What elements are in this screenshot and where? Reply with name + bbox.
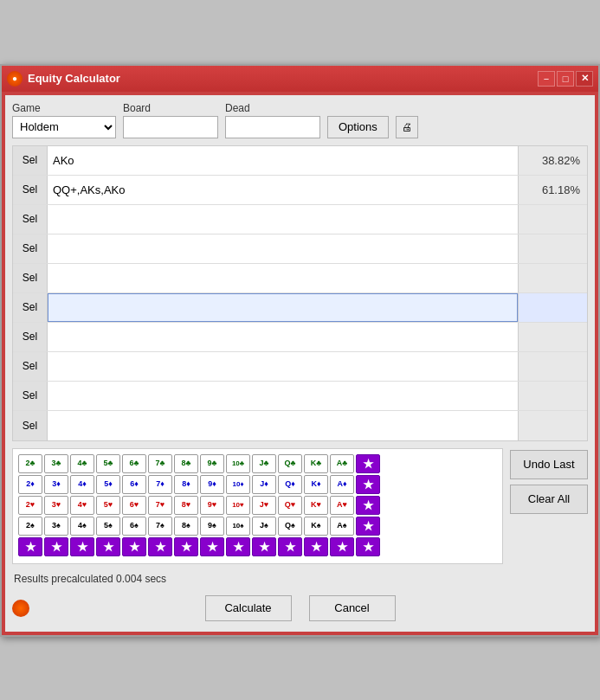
card-5h[interactable]: 5♥ bbox=[96, 496, 120, 515]
hand-input-5[interactable] bbox=[48, 264, 518, 292]
card-qc[interactable]: Q♣ bbox=[278, 454, 302, 473]
card-wild-4[interactable]: ★ bbox=[96, 537, 120, 556]
card-7c[interactable]: 7♣ bbox=[148, 454, 172, 473]
card-4d[interactable]: 4♦ bbox=[70, 475, 94, 494]
card-ah[interactable]: A♥ bbox=[330, 496, 354, 515]
card-kh[interactable]: K♥ bbox=[304, 496, 328, 515]
maximize-button[interactable]: □ bbox=[557, 71, 574, 87]
card-8h[interactable]: 8♥ bbox=[174, 496, 198, 515]
clear-all-button[interactable]: Clear All bbox=[510, 485, 588, 514]
card-10h[interactable]: 10♥ bbox=[226, 496, 250, 515]
card-3h[interactable]: 3♥ bbox=[44, 496, 68, 515]
card-7h[interactable]: 7♥ bbox=[148, 496, 172, 515]
hand-input-8[interactable] bbox=[48, 352, 518, 381]
card-5d[interactable]: 5♦ bbox=[96, 475, 120, 494]
sel-button-10[interactable]: Sel bbox=[13, 411, 48, 440]
minimize-button[interactable]: − bbox=[538, 71, 555, 87]
card-9d[interactable]: 9♦ bbox=[200, 475, 224, 494]
card-4h[interactable]: 4♥ bbox=[70, 496, 94, 515]
card-3c[interactable]: 3♣ bbox=[44, 454, 68, 473]
sel-button-2[interactable]: Sel bbox=[13, 176, 48, 204]
card-ad[interactable]: A♦ bbox=[330, 475, 354, 494]
card-wild-8[interactable]: ★ bbox=[200, 537, 224, 556]
dead-input[interactable] bbox=[225, 116, 320, 138]
card-8s[interactable]: 8♠ bbox=[174, 517, 198, 536]
card-as[interactable]: A♠ bbox=[330, 517, 354, 536]
card-wild-13[interactable]: ★ bbox=[330, 537, 354, 556]
card-10d[interactable]: 10♦ bbox=[226, 475, 250, 494]
hand-input-2[interactable] bbox=[48, 176, 518, 204]
card-6h[interactable]: 6♥ bbox=[122, 496, 146, 515]
card-jd[interactable]: J♦ bbox=[252, 475, 276, 494]
card-4s[interactable]: 4♠ bbox=[70, 517, 94, 536]
card-2d[interactable]: 2♦ bbox=[18, 475, 42, 494]
card-3s[interactable]: 3♠ bbox=[44, 517, 68, 536]
card-jc[interactable]: J♣ bbox=[252, 454, 276, 473]
card-qh[interactable]: Q♥ bbox=[278, 496, 302, 515]
card-qs[interactable]: Q♠ bbox=[278, 517, 302, 536]
card-5s[interactable]: 5♠ bbox=[96, 517, 120, 536]
card-9s[interactable]: 9♠ bbox=[200, 517, 224, 536]
card-wild-12[interactable]: ★ bbox=[304, 537, 328, 556]
card-wild-9[interactable]: ★ bbox=[226, 537, 250, 556]
hand-input-7[interactable] bbox=[48, 323, 518, 351]
sel-button-6[interactable]: Sel bbox=[13, 293, 48, 322]
card-9h[interactable]: 9♥ bbox=[200, 496, 224, 515]
card-wild-5[interactable]: ★ bbox=[122, 537, 146, 556]
card-wild-6[interactable]: ★ bbox=[148, 537, 172, 556]
card-5c[interactable]: 5♣ bbox=[96, 454, 120, 473]
card-2h[interactable]: 2♥ bbox=[18, 496, 42, 515]
card-3d[interactable]: 3♦ bbox=[44, 475, 68, 494]
card-wild-h[interactable]: ★ bbox=[356, 496, 380, 515]
card-2c[interactable]: 2♣ bbox=[18, 454, 42, 473]
card-qd[interactable]: Q♦ bbox=[278, 475, 302, 494]
card-ks[interactable]: K♠ bbox=[304, 517, 328, 536]
card-7d[interactable]: 7♦ bbox=[148, 475, 172, 494]
sel-button-5[interactable]: Sel bbox=[13, 264, 48, 292]
close-button[interactable]: ✕ bbox=[576, 71, 593, 87]
card-wild-1[interactable]: ★ bbox=[18, 537, 42, 556]
print-button[interactable]: 🖨 bbox=[396, 116, 418, 138]
card-kc[interactable]: K♣ bbox=[304, 454, 328, 473]
cancel-button[interactable]: Cancel bbox=[309, 595, 396, 621]
card-2s[interactable]: 2♠ bbox=[18, 517, 42, 536]
sel-button-1[interactable]: Sel bbox=[13, 146, 48, 175]
options-button[interactable]: Options bbox=[327, 116, 389, 138]
card-jh[interactable]: J♥ bbox=[252, 496, 276, 515]
card-wild-2[interactable]: ★ bbox=[44, 537, 68, 556]
card-wild-14[interactable]: ★ bbox=[356, 537, 380, 556]
card-8c[interactable]: 8♣ bbox=[174, 454, 198, 473]
card-wild-10[interactable]: ★ bbox=[252, 537, 276, 556]
card-9c[interactable]: 9♣ bbox=[200, 454, 224, 473]
card-wild-s[interactable]: ★ bbox=[356, 517, 380, 536]
hand-input-3[interactable] bbox=[48, 205, 518, 234]
card-6d[interactable]: 6♦ bbox=[122, 475, 146, 494]
card-wild-7[interactable]: ★ bbox=[174, 537, 198, 556]
sel-button-8[interactable]: Sel bbox=[13, 352, 48, 381]
card-wild-11[interactable]: ★ bbox=[278, 537, 302, 556]
card-js[interactable]: J♠ bbox=[252, 517, 276, 536]
card-wild-c[interactable]: ★ bbox=[356, 454, 380, 473]
hand-input-1[interactable] bbox=[48, 146, 518, 175]
calculate-button[interactable]: Calculate bbox=[205, 595, 292, 621]
card-10s[interactable]: 10♠ bbox=[226, 517, 250, 536]
card-6s[interactable]: 6♠ bbox=[122, 517, 146, 536]
board-input[interactable] bbox=[123, 116, 218, 138]
card-6c[interactable]: 6♣ bbox=[122, 454, 146, 473]
card-4c[interactable]: 4♣ bbox=[70, 454, 94, 473]
sel-button-3[interactable]: Sel bbox=[13, 205, 48, 234]
sel-button-7[interactable]: Sel bbox=[13, 323, 48, 351]
sel-button-9[interactable]: Sel bbox=[13, 382, 48, 410]
hand-input-4[interactable] bbox=[48, 234, 518, 263]
hand-input-6[interactable] bbox=[48, 293, 518, 322]
card-10c[interactable]: 10♣ bbox=[226, 454, 250, 473]
hand-input-9[interactable] bbox=[48, 382, 518, 410]
game-select[interactable]: Holdem Omaha Omaha Hi/Lo bbox=[12, 116, 116, 138]
card-8d[interactable]: 8♦ bbox=[174, 475, 198, 494]
card-wild-3[interactable]: ★ bbox=[70, 537, 94, 556]
card-7s[interactable]: 7♠ bbox=[148, 517, 172, 536]
undo-last-button[interactable]: Undo Last bbox=[510, 450, 588, 479]
card-wild-d[interactable]: ★ bbox=[356, 475, 380, 494]
sel-button-4[interactable]: Sel bbox=[13, 234, 48, 263]
hand-input-10[interactable] bbox=[48, 411, 518, 440]
